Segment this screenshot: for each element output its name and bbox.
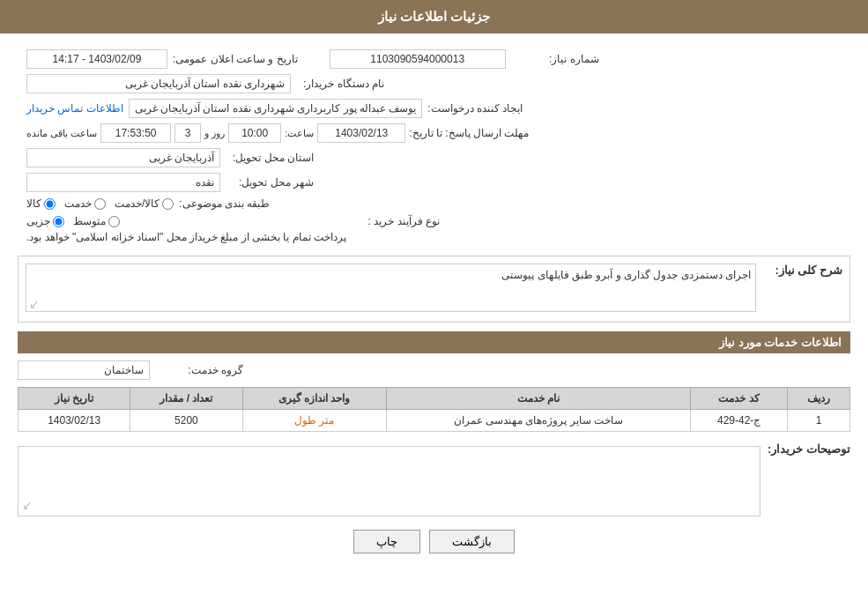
purchase-notice: پرداخت تمام یا بخشی از مبلغ خریداز محل "… — [26, 231, 346, 243]
description-container: اجرای دستمزدی جدول گذاری و آبرو طبق فایل… — [26, 264, 756, 315]
print-button[interactable]: چاپ — [353, 530, 420, 553]
category-radio-group: کالا/خدمت خدمت کالا — [26, 197, 174, 210]
city-label: شهر محل تحویل: — [226, 176, 314, 189]
table-header-row: ردیف کد خدمت نام خدمت واحد اندازه گیری ت… — [19, 388, 850, 410]
creator-link[interactable]: اطلاعات تماس خریدار — [26, 102, 123, 115]
cell-row-number: 1 — [787, 410, 849, 432]
services-table: ردیف کد خدمت نام خدمت واحد اندازه گیری ت… — [18, 387, 850, 432]
deadline-time: 10:00 — [228, 123, 281, 143]
services-table-section: ردیف کد خدمت نام خدمت واحد اندازه گیری ت… — [18, 387, 850, 432]
category-radio-kala-khidmat[interactable]: کالا/خدمت — [115, 197, 174, 210]
purchase-radio-jozei[interactable]: جزیی — [26, 215, 64, 227]
category-radio-khidmat-input[interactable] — [94, 198, 106, 210]
buyer-value: شهرداری نقده استان آذربایجان غربی — [26, 74, 291, 93]
table-row: 1 ج-42-429 ساخت سایر پروژه‌های مهندسی عم… — [19, 410, 850, 432]
cell-unit: متر طول — [242, 410, 386, 432]
category-radio-khidmat-label: خدمت — [64, 197, 92, 210]
col-unit: واحد اندازه گیری — [242, 388, 386, 410]
page-wrapper: جزئیات اطلاعات نیاز شماره نیاز: 11030905… — [0, 0, 868, 609]
category-radio-kala-label: کالا — [26, 197, 41, 210]
buyer-desc-box: ↙ — [18, 446, 760, 516]
category-radio-kala-input[interactable] — [44, 198, 56, 210]
col-service-code: کد خدمت — [691, 388, 788, 410]
city-value: نقده — [26, 173, 220, 192]
deadline-label: مهلت ارسال پاسخ: تا تاریخ: — [409, 127, 529, 139]
purchase-label: نوع فرآیند خرید : — [352, 215, 440, 227]
page-title: جزئیات اطلاعات نیاز — [378, 9, 490, 24]
purchase-row: نوع فرآیند خرید : متوسط جزیی پرداخت تمام… — [26, 215, 842, 243]
creator-label: ایجاد کننده درخواست: — [427, 102, 523, 115]
category-radio-kala-khidmat-input[interactable] — [162, 198, 174, 210]
page-header: جزئیات اطلاعات نیاز — [0, 0, 868, 33]
purchase-radio-medium-input[interactable] — [108, 216, 120, 227]
province-value: آذربایجان غربی — [26, 148, 220, 167]
service-group-row: گروه خدمت: ساختمان — [18, 360, 850, 380]
province-row: استان محل تحویل: آذربایجان غربی — [26, 148, 842, 167]
remaining-time: 17:53:50 — [100, 123, 171, 143]
back-button[interactable]: بازگشت — [429, 530, 515, 553]
purchase-radio-medium-label: متوسط — [73, 215, 106, 227]
datetime-label: تاریخ و ساعت اعلان عمومی: — [173, 53, 298, 65]
buyer-label: نام دستگاه خریدار: — [296, 78, 384, 90]
category-radio-kala[interactable]: کالا — [26, 197, 56, 210]
creator-row: ایجاد کننده درخواست: یوسف عبداله پور کار… — [26, 99, 842, 118]
service-group-value: ساختمان — [18, 360, 150, 380]
purchase-radio-jozei-input[interactable] — [53, 216, 64, 227]
button-row: بازگشت چاپ — [18, 530, 850, 567]
col-quantity: تعداد / مقدار — [130, 388, 242, 410]
col-row-number: ردیف — [787, 388, 849, 410]
description-title: شرح کلی نیاز: — [763, 264, 842, 277]
cell-quantity: 5200 — [130, 410, 242, 432]
remaining-days-label: روز و — [204, 128, 225, 139]
main-content: شماره نیاز: 1103090594000013 تاریخ و ساع… — [0, 33, 868, 584]
buyer-desc-resize-icon: ↙ — [22, 498, 33, 512]
cell-service-code: ج-42-429 — [691, 410, 788, 432]
services-section-title: اطلاعات خدمات مورد نیاز — [18, 331, 850, 353]
creator-value: یوسف عبداله پور کاربرداری شهرداری نقده ا… — [129, 99, 423, 118]
datetime-value: 1403/02/09 - 14:17 — [26, 49, 167, 69]
col-service-name: نام خدمت — [386, 388, 691, 410]
purchase-radio-group: متوسط جزیی — [26, 215, 120, 227]
resize-handle-icon: ↙ — [29, 297, 40, 311]
deadline-time-label: ساعت: — [285, 128, 314, 139]
purchase-radio-medium[interactable]: متوسط — [73, 215, 120, 227]
cell-service-name: ساخت سایر پروژه‌های مهندسی عمران — [386, 410, 691, 432]
buyer-desc-section: توصیحات خریدار: ↙ — [18, 442, 850, 516]
category-row: طبقه بندی موضوعی: کالا/خدمت خدمت کالا — [26, 197, 842, 210]
need-number-label: شماره نیاز: — [511, 53, 599, 65]
need-number-row: شماره نیاز: 1103090594000013 تاریخ و ساع… — [26, 49, 842, 69]
service-group-label: گروه خدمت: — [155, 364, 243, 376]
purchase-radio-jozei-label: جزیی — [26, 215, 50, 227]
remaining-days: 3 — [174, 123, 201, 143]
cell-date: 1403/02/13 — [19, 410, 130, 432]
description-textarea[interactable] — [26, 264, 756, 312]
basic-info-section: شماره نیاز: 1103090594000013 تاریخ و ساع… — [18, 42, 850, 256]
province-label: استان محل تحویل: — [226, 152, 314, 164]
category-radio-khidmat[interactable]: خدمت — [64, 197, 106, 210]
city-row: شهر محل تحویل: نقده — [26, 173, 842, 192]
category-radio-kala-khidmat-label: کالا/خدمت — [115, 197, 160, 210]
deadline-date: 1403/02/13 — [317, 123, 405, 143]
remaining-time-label: ساعت باقی مانده — [26, 128, 97, 139]
category-label: طبقه بندی موضوعی: — [179, 197, 270, 210]
buyer-desc-label: توصیحات خریدار: — [768, 442, 850, 456]
buyer-row: نام دستگاه خریدار: شهرداری نقده استان آذ… — [26, 74, 842, 93]
description-section: شرح کلی نیاز: اجرای دستمزدی جدول گذاری و… — [18, 256, 850, 323]
need-number-value: 1103090594000013 — [330, 49, 506, 69]
col-date: تاریخ نیاز — [19, 388, 130, 410]
deadline-row: مهلت ارسال پاسخ: تا تاریخ: 1403/02/13 سا… — [26, 123, 842, 143]
